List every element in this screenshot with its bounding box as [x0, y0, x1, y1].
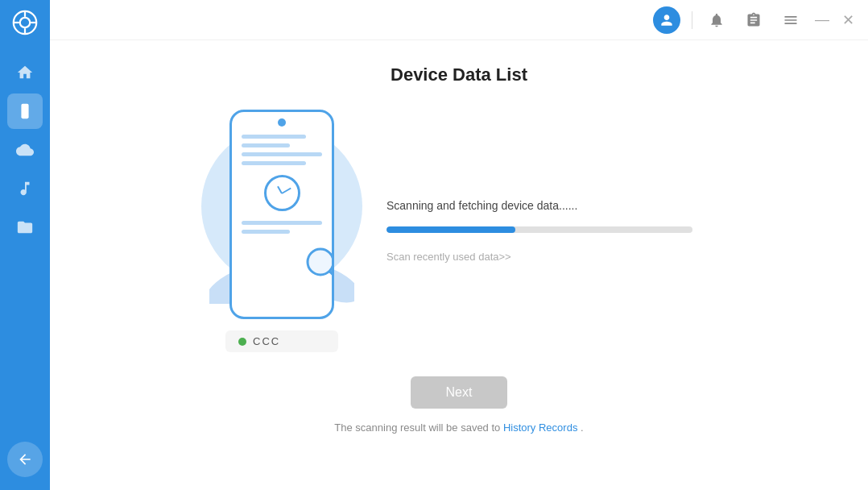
phone-wrapper: CCC: [225, 110, 338, 352]
content-area: Device Data List: [50, 40, 868, 490]
phone-line-3: [242, 152, 322, 156]
titlebar: — ✕: [50, 0, 868, 40]
titlebar-icons: — ✕: [653, 6, 855, 34]
sidebar-item-home[interactable]: [7, 55, 43, 90]
device-label-bar: CCC: [225, 330, 338, 352]
right-panel: Scanning and fetching device data...... …: [386, 199, 692, 263]
main-area: — ✕ Device Data List: [50, 0, 868, 490]
magnifier-icon: [303, 244, 334, 293]
user-avatar-icon[interactable]: [653, 6, 680, 34]
sidebar-item-music[interactable]: [7, 171, 43, 206]
clipboard-icon[interactable]: [741, 7, 767, 33]
minimize-button[interactable]: —: [815, 13, 829, 27]
titlebar-divider: [692, 11, 692, 29]
next-button[interactable]: Next: [411, 376, 507, 409]
clock-minute-hand: [282, 187, 291, 193]
svg-line-11: [330, 272, 334, 286]
phone-frame: [229, 110, 334, 319]
menu-icon[interactable]: [778, 7, 804, 33]
footer-prefix: The scanning result will be saved to: [334, 421, 503, 434]
scan-recent-link[interactable]: Scan recently used data>>: [386, 251, 692, 263]
phone-line-6: [242, 230, 290, 234]
page-title: Device Data List: [391, 64, 527, 85]
sidebar-nav: [7, 55, 43, 442]
device-name-label: CCC: [253, 335, 280, 347]
sidebar-item-files[interactable]: [7, 210, 43, 245]
phone-line-5: [242, 221, 322, 225]
progress-bar-fill: [386, 226, 515, 233]
device-status-dot: [238, 338, 246, 346]
sidebar-item-cloud[interactable]: [7, 132, 43, 168]
sidebar-item-device[interactable]: [7, 93, 43, 129]
progress-bar-container: [386, 226, 692, 233]
footer-text: The scanning result will be saved to His…: [334, 421, 583, 434]
back-button[interactable]: [7, 442, 43, 477]
history-records-link[interactable]: History Records: [503, 421, 577, 434]
svg-point-7: [24, 114, 26, 116]
bell-icon[interactable]: [704, 7, 730, 33]
phone-lines-2: [232, 214, 332, 240]
phone-lines: [232, 128, 332, 172]
content-body: CCC Scanning and fetching device data...…: [50, 110, 868, 352]
phone-line-2: [242, 143, 290, 147]
phone-line-4: [242, 161, 306, 165]
sidebar: [0, 0, 50, 490]
phone-notch: [278, 118, 286, 127]
scan-status-text: Scanning and fetching device data......: [386, 199, 692, 212]
next-button-row: Next: [411, 376, 507, 409]
phone-line-1: [242, 135, 306, 139]
phone-clock: [264, 175, 300, 211]
footer-suffix: .: [581, 421, 584, 434]
close-button[interactable]: ✕: [841, 13, 855, 27]
phone-illustration: CCC: [225, 110, 338, 352]
svg-point-1: [20, 18, 30, 27]
app-logo: [0, 0, 50, 45]
